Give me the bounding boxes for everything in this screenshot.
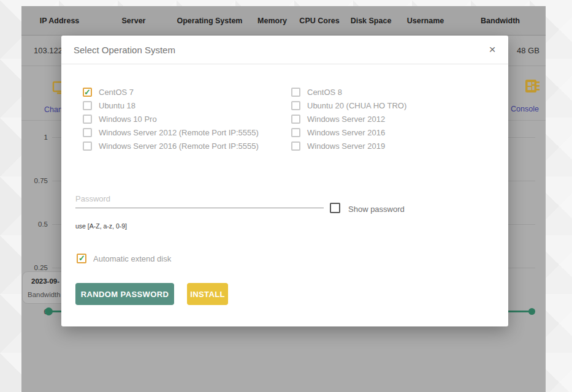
- os-option-label: Windows Server 2016: [307, 128, 385, 137]
- os-checkbox[interactable]: [83, 115, 92, 124]
- os-checkbox[interactable]: [291, 141, 300, 151]
- close-icon[interactable]: ×: [484, 42, 500, 58]
- os-checkbox[interactable]: [83, 141, 92, 151]
- select-os-modal: Select Operation System × CentOS 7 Ubunt…: [61, 36, 508, 326]
- os-option: Ubuntu 18: [83, 101, 259, 110]
- os-option: Windows 10 Pro: [83, 115, 259, 124]
- os-option: Windows Server 2016: [291, 128, 406, 137]
- random-password-button[interactable]: RANDOM PASSWORD: [75, 283, 174, 305]
- os-option-label: Windows Server 2019: [307, 141, 385, 151]
- os-option: CentOS 7: [83, 88, 259, 97]
- password-hint: use [A-Z, a-z, 0-9]: [75, 222, 127, 230]
- os-checkbox[interactable]: [291, 88, 300, 97]
- os-option: CentOS 8: [291, 88, 406, 97]
- os-option-label: Ubuntu 18: [99, 101, 135, 110]
- show-password-checkbox[interactable]: [330, 203, 340, 213]
- os-option-label: Windows Server 2016 (Remote Port IP:5555…: [99, 141, 259, 151]
- auto-extend-label: Automatic extend disk: [93, 254, 171, 264]
- os-option-label: CentOS 7: [99, 88, 134, 97]
- os-option-label: Windows 10 Pro: [99, 115, 157, 124]
- os-checkbox[interactable]: [83, 101, 92, 110]
- os-options-left: CentOS 7 Ubuntu 18 Windows 10 Pro Window…: [83, 88, 259, 151]
- modal-title: Select Operation System: [74, 45, 175, 55]
- os-option-label: CentOS 8: [307, 88, 342, 97]
- auto-extend-checkbox[interactable]: [77, 254, 86, 263]
- os-option: Windows Server 2012 (Remote Port IP:5555…: [83, 128, 259, 137]
- password-input[interactable]: [75, 190, 324, 208]
- os-options-right: CentOS 8 Ubuntu 20 (CHUA HO TRO) Windows…: [291, 88, 406, 151]
- os-option-label: Windows Server 2012: [307, 115, 385, 124]
- modal-header-divider: [61, 64, 508, 64]
- os-option-label: Ubuntu 20 (CHUA HO TRO): [307, 101, 406, 110]
- os-option-label: Windows Server 2012 (Remote Port IP:5555…: [99, 128, 259, 137]
- os-checkbox[interactable]: [291, 128, 300, 137]
- os-option: Windows Server 2019: [291, 141, 406, 151]
- os-option: Windows Server 2016 (Remote Port IP:5555…: [83, 141, 259, 151]
- os-checkbox[interactable]: [291, 101, 300, 110]
- os-checkbox[interactable]: [83, 128, 92, 137]
- os-checkbox[interactable]: [83, 88, 92, 97]
- show-password-label: Show password: [348, 204, 405, 214]
- install-button[interactable]: INSTALL: [187, 283, 228, 305]
- os-option: Ubuntu 20 (CHUA HO TRO): [291, 101, 406, 110]
- os-option: Windows Server 2012: [291, 115, 406, 124]
- os-checkbox[interactable]: [291, 115, 300, 124]
